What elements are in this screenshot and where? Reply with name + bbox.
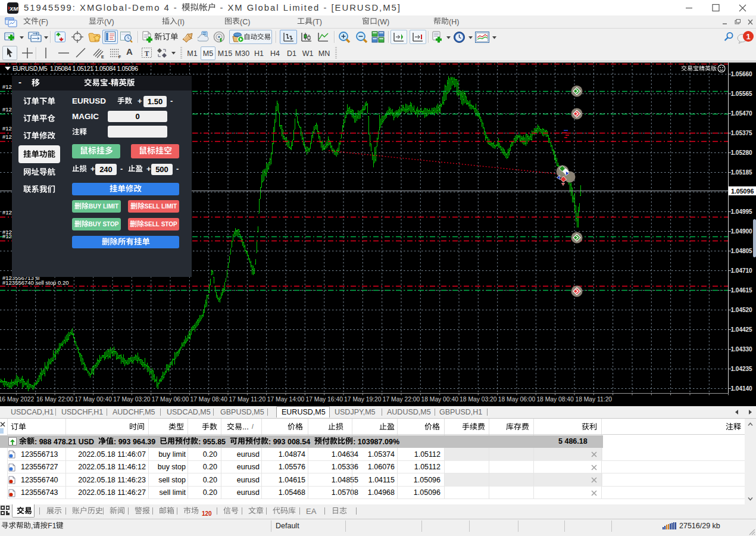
svg-text:F: F [118, 55, 121, 59]
svg-text:1.05660: 1.05660 [731, 71, 753, 77]
svg-text:17 May 16:40: 17 May 16:40 [305, 396, 343, 403]
svg-text:XM: XM [9, 5, 18, 12]
svg-text:1: 1 [746, 32, 750, 41]
svg-text:T: T [145, 50, 149, 57]
svg-text:EURUSD,M5 1.05084 1.05121 1.0: EURUSD,M5 1.05084 1.05121 1.05084 1.0509… [13, 65, 138, 72]
svg-text:E: E [101, 55, 104, 59]
svg-text:17 May 14:00: 17 May 14:00 [267, 396, 305, 403]
svg-text:16 May 2022: 16 May 2022 [0, 396, 34, 403]
svg-text:18 May 03:20: 18 May 03:20 [460, 396, 497, 403]
svg-text:18 May 00:40: 18 May 00:40 [421, 396, 458, 403]
svg-text:1.04425: 1.04425 [731, 326, 753, 333]
svg-text:1.04330: 1.04330 [731, 346, 753, 353]
svg-text:16 May 22:00: 16 May 22:00 [36, 396, 74, 403]
svg-text:18 May 06:00: 18 May 06:00 [498, 396, 536, 403]
svg-text:1.04235: 1.04235 [731, 366, 753, 372]
svg-text:17 May 22:00: 17 May 22:00 [383, 396, 420, 403]
svg-text:17 May 19:20: 17 May 19:20 [344, 396, 382, 403]
svg-text:1.04140: 1.04140 [731, 385, 753, 392]
svg-text:1.05375: 1.05375 [731, 130, 753, 136]
svg-text:17 May 11:20: 17 May 11:20 [229, 396, 266, 403]
svg-text:1.04520: 1.04520 [731, 307, 753, 313]
svg-text:1.04615: 1.04615 [731, 287, 753, 294]
svg-text:1.04710: 1.04710 [731, 267, 753, 274]
svg-text:17 May 08:40: 17 May 08:40 [190, 396, 227, 403]
svg-text:1.04805: 1.04805 [731, 248, 753, 254]
svg-text:17 May 00:40: 17 May 00:40 [74, 396, 112, 403]
svg-text:1.04900: 1.04900 [731, 228, 753, 235]
svg-text:1.05280: 1.05280 [731, 149, 753, 156]
svg-text:17 May 03:20: 17 May 03:20 [113, 396, 151, 403]
svg-text:1.05096: 1.05096 [731, 188, 754, 195]
svg-text:1.05185: 1.05185 [731, 169, 753, 176]
svg-text:18 May 11:20: 18 May 11:20 [575, 396, 612, 403]
svg-text:1.04995: 1.04995 [731, 208, 753, 215]
svg-text:17 May 06:00: 17 May 06:00 [152, 396, 189, 403]
svg-text:18 May 08:40: 18 May 08:40 [536, 396, 574, 403]
svg-text:#123556740 sell stop 0.20: #123556740 sell stop 0.20 [2, 279, 68, 286]
svg-text:1.05470: 1.05470 [731, 110, 753, 117]
svg-text:1.05565: 1.05565 [731, 91, 753, 97]
